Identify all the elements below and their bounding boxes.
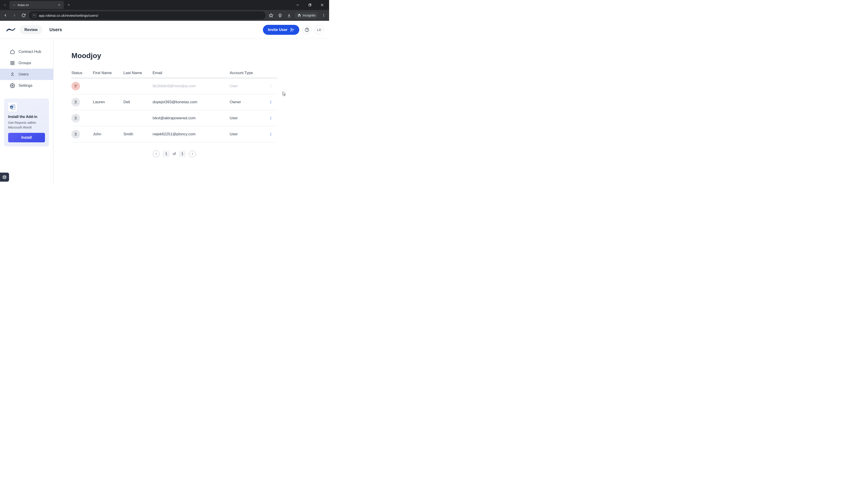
col-account-type: Account Type [230,71,268,75]
incognito-icon [297,13,301,18]
robin-logo[interactable] [5,26,16,34]
minimize-button[interactable] [292,1,303,8]
support-bubble[interactable] [0,173,9,182]
cell-email: nejek62251@ploncy.com [153,132,230,136]
svg-text:W: W [11,106,13,108]
svg-rect-17 [11,61,12,63]
svg-point-50 [271,133,271,133]
review-tab[interactable]: Review [20,25,42,34]
install-button[interactable]: Install [8,133,45,142]
svg-point-38 [271,85,271,86]
row-menu-button[interactable] [268,99,274,105]
invite-user-button[interactable]: Invite User [263,25,299,35]
tab-search-button[interactable] [2,2,8,8]
forward-button[interactable] [11,12,18,19]
bookmark-icon[interactable] [268,12,275,19]
browser-chrome: Robin AI ✕ + app.robinai.co.uk/review/se… [0,0,329,21]
next-page-button[interactable] [189,151,196,157]
svg-marker-8 [269,13,273,17]
tab-bar: Robin AI ✕ + [0,0,329,10]
browser-menu-icon[interactable] [320,12,327,19]
svg-line-33 [3,178,4,178]
cell-last-name: Smith [123,132,153,136]
svg-point-51 [271,134,271,135]
home-icon [10,49,15,54]
svg-point-22 [12,85,13,86]
table-row: lxkvt@akirapowered.comUser [71,110,277,126]
col-email: Email [153,71,230,75]
sidebar-item-label: Users [19,72,29,76]
svg-rect-19 [11,64,12,65]
svg-point-42 [271,101,271,101]
cell-email: dopejot393@konetas.com [153,100,230,104]
new-tab-button[interactable]: + [66,2,72,8]
cell-email: 8e1bbdc8@moodjoy.com [153,84,230,88]
browser-tab[interactable]: Robin AI ✕ [9,1,64,9]
word-icon: W [8,103,17,111]
cell-first-name: John [93,132,123,136]
main-layout: Contract Hub Groups Users Settings W Ins… [0,39,329,184]
svg-line-34 [5,178,6,178]
svg-point-11 [323,16,324,17]
help-icon [305,28,309,32]
lifebuoy-icon [2,175,7,180]
incognito-label: Incognito [303,13,315,17]
back-button[interactable] [2,12,9,19]
app-header: Review Users Invite User LD [0,21,329,39]
svg-point-9 [323,14,324,15]
svg-point-6 [35,15,35,16]
promo-card: W Install the Add-in Get Reports within … [4,98,49,147]
user-avatar[interactable]: LD [315,25,324,34]
col-first-name: First Name [93,71,123,75]
svg-point-12 [291,28,292,30]
user-icon [10,72,15,77]
svg-point-43 [271,102,271,103]
reload-button[interactable] [20,12,27,19]
downloads-icon[interactable] [285,12,293,19]
sidebar-item-label: Contract Hub [19,50,41,54]
row-menu-button[interactable] [268,116,274,121]
svg-rect-20 [13,64,14,65]
col-last-name: Last Name [123,71,153,75]
url-field[interactable]: app.robinai.co.uk/review/settings/users/ [29,11,266,20]
table-header: Status First Name Last Name Email Accoun… [71,68,277,78]
sidebar-item-settings[interactable]: Settings [0,80,53,91]
pagination-of: of [173,152,176,156]
sidebar-item-groups[interactable]: Groups [0,57,53,69]
col-status: Status [71,71,93,75]
svg-point-47 [271,118,271,119]
tab-title: Robin AI [18,3,56,7]
row-menu-button[interactable] [268,131,274,137]
table-row: JohnSmithnejek62251@ploncy.comUser [71,126,277,142]
status-icon [71,98,80,106]
row-menu-button[interactable] [268,84,274,89]
content-area: Moodjoy Status First Name Last Name Emai… [53,39,329,184]
users-table: Status First Name Last Name Email Accoun… [71,68,277,142]
svg-point-16 [307,31,307,31]
window-controls [292,1,327,8]
prev-page-button[interactable] [153,151,160,157]
cell-account-type: Owner [230,100,268,104]
site-info-icon[interactable] [32,13,37,18]
cell-account-type: User [230,84,268,88]
svg-rect-18 [13,61,14,63]
svg-rect-1 [309,4,311,6]
cell-account-type: User [230,116,268,121]
cell-last-name: Deli [123,100,153,104]
sidebar-item-label: Settings [19,84,32,88]
svg-point-21 [12,73,13,74]
tab-favicon [12,3,16,7]
sidebar-item-users[interactable]: Users [0,69,53,80]
add-user-icon [290,28,294,32]
extensions-icon[interactable] [276,12,284,19]
sidebar-item-contract-hub[interactable]: Contract Hub [0,46,53,57]
svg-point-35 [75,85,76,86]
help-button[interactable] [303,25,311,34]
table-row: LaurenDelidopejot393@konetas.comOwner [71,94,277,110]
maximize-button[interactable] [305,1,315,8]
close-window-button[interactable] [317,1,327,8]
incognito-badge[interactable]: Incognito [294,12,318,19]
grid-icon [10,61,15,66]
close-icon[interactable]: ✕ [57,3,61,7]
svg-point-44 [271,103,271,103]
